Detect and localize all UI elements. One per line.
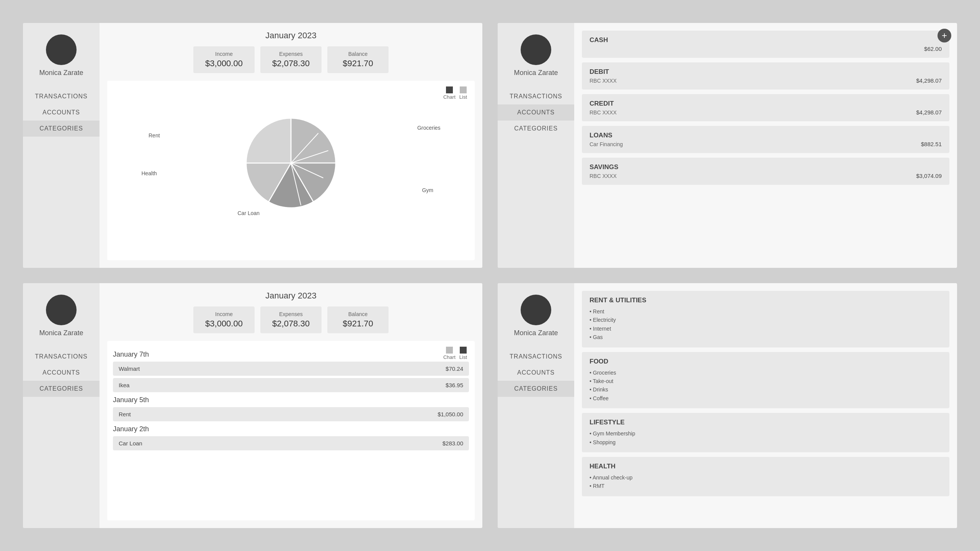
list-area-bl: Chart List January 7th Walmart $70.24 Ik… <box>107 341 475 520</box>
pie-label-groceries: Groceries <box>417 125 441 131</box>
list-btn-bl[interactable]: List <box>459 347 467 360</box>
category-health: HEALTH • Annual check-up• RMT <box>582 457 949 496</box>
user-name-bottom-left: Monica Zarate <box>39 329 83 337</box>
tx-amount-walmart: $70.24 <box>446 365 463 372</box>
tx-name-rent: Rent <box>119 411 131 417</box>
account-debit-row: RBC XXXX $4,298.07 <box>590 77 942 84</box>
panel-top-right: Monica Zarate TRANSACTIONS ACCOUNTS CATE… <box>498 23 957 268</box>
chart-swatch-bl <box>446 347 453 354</box>
category-rent-items: • Rent• Electricity• Internet• Gas <box>590 307 942 342</box>
stat-income-tl: Income $3,000.00 <box>193 46 255 73</box>
account-cash: CASH $62.00 <box>582 31 949 58</box>
account-credit-row: RBC XXXX $4,298.07 <box>590 109 942 116</box>
chart-btn-bl[interactable]: Chart <box>443 347 456 360</box>
expenses-value-bl: $2,078.30 <box>272 319 310 329</box>
stat-balance-bl: Balance $921.70 <box>327 306 389 333</box>
user-name-top-right: Monica Zarate <box>514 69 558 77</box>
sidebar-bottom-left: Monica Zarate TRANSACTIONS ACCOUNTS CATE… <box>23 283 100 528</box>
table-row: Walmart $70.24 <box>113 362 469 376</box>
sidebar-top-left: Monica Zarate TRANSACTIONS ACCOUNTS CATE… <box>23 23 100 268</box>
pie-chart <box>241 113 341 213</box>
sidebar-item-categories-tr[interactable]: CATEGORIES <box>498 121 574 137</box>
tx-name-carloan: Car Loan <box>119 440 142 447</box>
main-content-top-left: January 2023 Income $3,000.00 Expenses $… <box>100 23 482 268</box>
expenses-label-tl: Expenses <box>272 51 310 57</box>
pie-label-rent: Rent <box>149 132 160 139</box>
account-credit: CREDIT RBC XXXX $4,298.07 <box>582 94 949 121</box>
list-label-bl: List <box>459 354 467 360</box>
avatar-top-left <box>46 34 77 65</box>
date-group-jan2: January 2th <box>113 425 469 433</box>
user-name-bottom-right: Monica Zarate <box>514 329 558 337</box>
stat-expenses-bl: Expenses $2,078.30 <box>260 306 322 333</box>
sidebar-item-accounts-bl[interactable]: ACCOUNTS <box>23 365 100 381</box>
pie-label-carloan: Car Loan <box>238 210 260 216</box>
sidebar-item-accounts-br[interactable]: ACCOUNTS <box>498 365 574 381</box>
stat-expenses-tl: Expenses $2,078.30 <box>260 46 322 73</box>
pie-label-gym: Gym <box>422 187 433 193</box>
sidebar-item-transactions-br[interactable]: TRANSACTIONS <box>498 349 574 365</box>
account-cash-amount: $62.00 <box>924 46 942 52</box>
account-savings: SAVINGS RBC XXXX $3,074.09 <box>582 158 949 185</box>
account-credit-amount: $4,298.07 <box>916 109 942 116</box>
accounts-section: + CASH $62.00 DEBIT RBC XXXX $4,298.07 C… <box>574 23 957 268</box>
sidebar-item-accounts-tl[interactable]: ACCOUNTS <box>23 104 100 121</box>
chart-area-tl: Chart List Rent Groceries Health Gym Car… <box>107 81 475 260</box>
account-credit-sub: RBC XXXX <box>590 109 617 116</box>
avatar-bottom-left <box>46 295 77 325</box>
tx-name-walmart: Walmart <box>119 365 140 372</box>
tx-amount-rent: $1,050.00 <box>438 411 463 417</box>
category-health-items: • Annual check-up• RMT <box>590 473 942 491</box>
income-value-tl: $3,000.00 <box>205 59 243 68</box>
stat-balance-tl: Balance $921.70 <box>327 46 389 73</box>
list-swatch-bl <box>460 347 467 354</box>
category-health-title: HEALTH <box>590 463 942 470</box>
panel-bottom-left: Monica Zarate TRANSACTIONS ACCOUNTS CATE… <box>23 283 482 528</box>
avatar-bottom-right <box>521 295 551 325</box>
sidebar-item-categories-tl[interactable]: CATEGORIES <box>23 121 100 137</box>
sidebar-item-transactions-bl[interactable]: TRANSACTIONS <box>23 349 100 365</box>
main-content-bottom-left: January 2023 Income $3,000.00 Expenses $… <box>100 283 482 528</box>
balance-label-bl: Balance <box>339 311 377 317</box>
panel-top-left: Monica Zarate TRANSACTIONS ACCOUNTS CATE… <box>23 23 482 268</box>
income-value-bl: $3,000.00 <box>205 319 243 329</box>
transactions-list: January 7th Walmart $70.24 Ikea $36.95 J… <box>113 350 469 450</box>
add-account-button[interactable]: + <box>938 29 951 42</box>
category-lifestyle-title: LIFESTYLE <box>590 419 942 426</box>
account-cash-type: CASH <box>590 36 942 44</box>
category-rent-title: RENT & UTILITIES <box>590 297 942 304</box>
sidebar-item-categories-br[interactable]: CATEGORIES <box>498 381 574 397</box>
category-lifestyle-items: • Gym Membership• Shopping <box>590 429 942 447</box>
category-rent-utilities: RENT & UTILITIES • Rent• Electricity• In… <box>582 291 949 347</box>
sidebar-bottom-right: Monica Zarate TRANSACTIONS ACCOUNTS CATE… <box>498 283 574 528</box>
sidebar-item-accounts-tr[interactable]: ACCOUNTS <box>498 104 574 121</box>
account-savings-amount: $3,074.09 <box>916 173 942 179</box>
account-loans-amount: $882.51 <box>921 141 942 147</box>
sidebar-item-categories-bl[interactable]: CATEGORIES <box>23 381 100 397</box>
chart-label-bl: Chart <box>443 354 456 360</box>
balance-value-bl: $921.70 <box>339 319 377 329</box>
tx-name-ikea: Ikea <box>119 382 129 388</box>
balance-value-tl: $921.70 <box>339 59 377 68</box>
account-credit-type: CREDIT <box>590 100 942 108</box>
stat-income-bl: Income $3,000.00 <box>193 306 255 333</box>
category-lifestyle: LIFESTYLE • Gym Membership• Shopping <box>582 413 949 452</box>
pie-container-tl: Rent Groceries Health Gym Car Loan <box>113 86 469 239</box>
date-group-jan7: January 7th <box>113 350 469 359</box>
balance-label-tl: Balance <box>339 51 377 57</box>
stats-row-bl: Income $3,000.00 Expenses $2,078.30 Bala… <box>100 306 482 341</box>
account-savings-type: SAVINGS <box>590 163 942 171</box>
sidebar-item-transactions-tr[interactable]: TRANSACTIONS <box>498 88 574 104</box>
sidebar-top-right: Monica Zarate TRANSACTIONS ACCOUNTS CATE… <box>498 23 574 268</box>
table-row: Car Loan $283.00 <box>113 436 469 450</box>
income-label-tl: Income <box>205 51 243 57</box>
tx-amount-carloan: $283.00 <box>443 440 463 447</box>
category-food: FOOD • Groceries• Take-out• Drinks• Coff… <box>582 352 949 409</box>
sidebar-item-transactions-tl[interactable]: TRANSACTIONS <box>23 88 100 104</box>
expenses-value-tl: $2,078.30 <box>272 59 310 68</box>
page-header-bl: January 2023 <box>100 283 482 306</box>
account-cash-row: $62.00 <box>590 46 942 52</box>
account-savings-row: RBC XXXX $3,074.09 <box>590 173 942 179</box>
account-loans-sub: Car Financing <box>590 141 623 147</box>
pie-label-health: Health <box>141 170 157 176</box>
